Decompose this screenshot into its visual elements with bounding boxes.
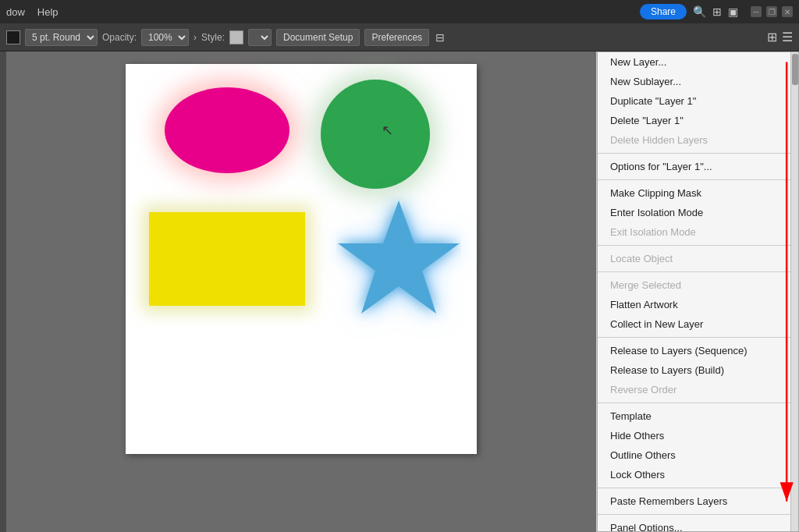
menu-item-delete-hidden-layers: Delete Hidden Layers	[598, 130, 798, 150]
brush-size-select[interactable]: 5 pt. Round	[25, 29, 98, 46]
brush-dot	[6, 30, 20, 44]
style-label: Style:	[201, 32, 225, 43]
menu-item-outline-others[interactable]: Outline Others	[598, 445, 798, 465]
menu-item-release-to-layers--build-[interactable]: Release to Layers (Build)	[598, 360, 798, 380]
menu-item-lock-others[interactable]: Lock Others	[598, 465, 798, 484]
style-select[interactable]	[248, 29, 272, 46]
menu-item-flatten-artwork[interactable]: Flatten Artwork	[598, 295, 798, 314]
menu-item-options-for--layer-1----[interactable]: Options for "Layer 1"...	[598, 157, 798, 176]
menu-list-icon[interactable]: ☰	[782, 30, 793, 44]
arrow-icon: ›	[194, 32, 197, 43]
arrange-icon[interactable]: ⊟	[434, 30, 446, 45]
scrollbar[interactable]	[790, 52, 798, 531]
grid-icon[interactable]: ⊞	[712, 5, 722, 18]
menu-separator-26	[598, 488, 798, 488]
menu-item-hide-others[interactable]: Hide Others	[598, 426, 798, 445]
minimize-button[interactable]: ─	[751, 6, 762, 17]
menu-separator-5	[598, 153, 798, 154]
menu-item-merge-selected: Merge Selected	[598, 275, 798, 295]
panel-icon[interactable]: ▣	[728, 5, 738, 18]
menu-separator-17	[598, 337, 798, 338]
menu-item-exit-isolation-mode: Exit Isolation Mode	[598, 222, 798, 242]
menu-item-delete--layer-1-[interactable]: Delete "Layer 1"	[598, 111, 798, 130]
search-icon[interactable]: 🔍	[693, 5, 706, 18]
context-menu: New Layer...New Sublayer...Duplicate "La…	[597, 51, 799, 532]
opacity-select[interactable]: 100%	[141, 29, 189, 46]
menu-item-paste-remembers-layers[interactable]: Paste Remembers Layers	[598, 491, 798, 511]
left-strip	[0, 51, 6, 532]
menu-item-collect-in-new-layer[interactable]: Collect in New Layer	[598, 314, 798, 334]
toolbar: 5 pt. Round Opacity: 100% › Style: Docum…	[0, 23, 799, 51]
share-button[interactable]: Share	[640, 4, 687, 20]
brush-swatch[interactable]	[6, 30, 20, 44]
canvas[interactable]	[126, 64, 477, 454]
svg-marker-0	[338, 200, 460, 314]
blue-star-svg	[336, 197, 461, 321]
menu-help[interactable]: Help	[37, 6, 59, 18]
menu-item-new-layer---[interactable]: New Layer...	[598, 52, 798, 72]
menu-separator-21	[598, 403, 798, 403]
scrollbar-thumb[interactable]	[792, 54, 798, 85]
preferences-button[interactable]: Preferences	[364, 29, 429, 46]
right-panel: ☰ New Layer...New Sublayer...Duplicate "…	[596, 51, 799, 532]
canvas-area[interactable]: ↖	[6, 51, 596, 532]
pink-ellipse[interactable]	[165, 87, 289, 173]
green-circle[interactable]	[321, 80, 430, 189]
title-bar-menu: dow Help	[6, 6, 59, 18]
panel-arrange-icon[interactable]: ⊞	[767, 30, 777, 44]
close-button[interactable]: ✕	[782, 6, 793, 17]
toolbar-right: ⊞ ☰	[767, 30, 793, 44]
menu-item-new-sublayer---[interactable]: New Sublayer...	[598, 72, 798, 91]
menu-item-template[interactable]: Template	[598, 406, 798, 426]
window-controls: ─ ❐ ✕	[751, 6, 793, 17]
menu-separator-11	[598, 245, 798, 246]
title-bar-right: Share 🔍 ⊞ ▣ ─ ❐ ✕	[640, 4, 793, 20]
menu-item-make-clipping-mask[interactable]: Make Clipping Mask	[598, 183, 798, 203]
maximize-button[interactable]: ❐	[766, 6, 777, 17]
menu-item-locate-object: Locate Object	[598, 249, 798, 268]
menu-item-duplicate--layer-1-[interactable]: Duplicate "Layer 1"	[598, 91, 798, 111]
menu-separator-28	[598, 514, 798, 515]
menu-item-release-to-layers--sequence-[interactable]: Release to Layers (Sequence)	[598, 341, 798, 360]
menu-item-enter-isolation-mode[interactable]: Enter Isolation Mode	[598, 203, 798, 222]
menu-separator-13	[598, 271, 798, 272]
opacity-label: Opacity:	[102, 32, 137, 43]
menu-item-panel-options---[interactable]: Panel Options...	[598, 518, 798, 532]
menu-window[interactable]: dow	[6, 6, 25, 18]
style-swatch[interactable]	[229, 30, 243, 44]
document-setup-button[interactable]: Document Setup	[276, 29, 360, 46]
menu-separator-7	[598, 179, 798, 180]
menu-item-reverse-order: Reverse Order	[598, 380, 798, 399]
main-area: ↖ ☰ New Layer...New Sublayer...Dupl	[0, 51, 799, 532]
title-bar: dow Help Share 🔍 ⊞ ▣ ─ ❐ ✕	[0, 0, 799, 23]
yellow-rectangle[interactable]	[149, 212, 305, 306]
